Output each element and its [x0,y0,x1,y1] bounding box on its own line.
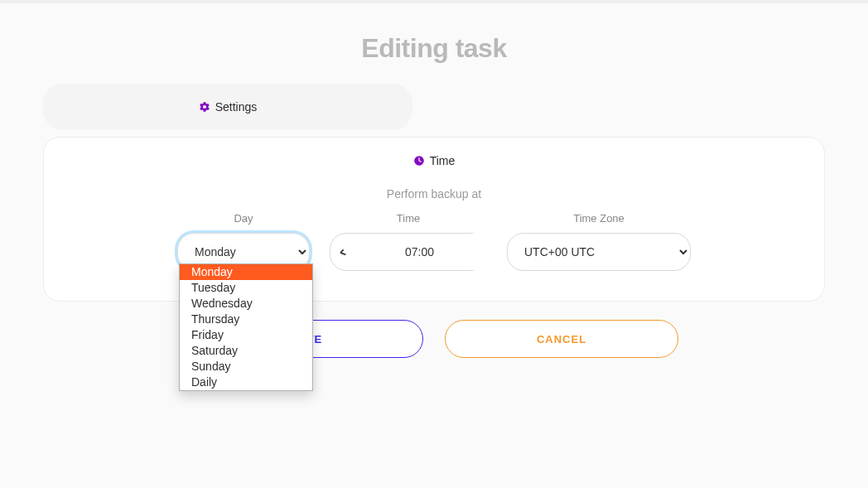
day-option[interactable]: Friday [180,327,312,343]
top-divider [0,0,868,3]
cancel-button[interactable]: CANCEL [445,320,678,358]
day-option[interactable]: Wednesday [180,296,312,312]
day-dropdown-panel[interactable]: MondayTuesdayWednesdayThursdayFridaySatu… [179,263,313,391]
gear-icon [199,101,210,113]
section-title: Time [430,154,456,167]
day-option[interactable]: Monday [180,264,312,280]
timezone-label: Time Zone [573,212,624,225]
cancel-button-label: CANCEL [537,333,586,345]
section-subtitle: Perform backup at [64,187,804,201]
day-option[interactable]: Tuesday [180,280,312,296]
day-option[interactable]: Sunday [180,359,312,374]
form-row: Day Monday Time Time Zone UTC+00 UTC [64,212,804,271]
page-container: Editing task Settings Time Perform backu… [0,33,868,358]
day-option[interactable]: Saturday [180,343,312,359]
time-input-wrapper [330,233,487,271]
day-column: Day Monday [177,212,310,271]
clock-icon [413,155,425,167]
day-option[interactable]: Thursday [180,312,312,327]
time-label: Time [397,212,420,225]
section-header: Time [64,154,804,167]
time-column: Time [330,212,487,271]
day-option[interactable]: Daily [180,374,312,390]
button-row: SAVE CANCEL [43,320,825,358]
page-title: Editing task [43,33,825,64]
day-label: Day [234,212,253,225]
timezone-column: Time Zone UTC+00 UTC [507,212,691,271]
time-input[interactable] [347,234,492,270]
timezone-select[interactable]: UTC+00 UTC [507,233,691,271]
time-card: Time Perform backup at Day Monday Time T… [43,137,825,302]
tab-settings[interactable]: Settings [43,84,412,130]
tab-label: Settings [215,100,258,114]
